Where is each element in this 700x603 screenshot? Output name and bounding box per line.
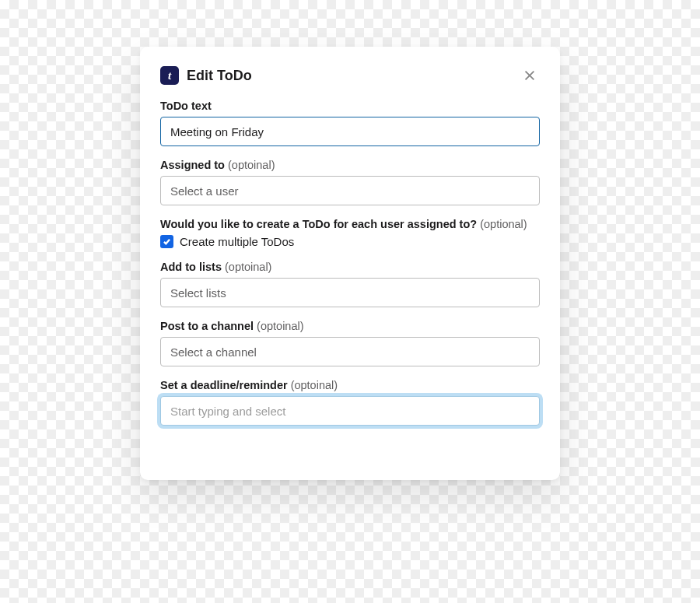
create-multiple-checkbox-label: Create multiple ToDos	[180, 235, 294, 248]
create-multiple-checkbox[interactable]	[160, 235, 173, 248]
todo-text-input[interactable]	[160, 117, 540, 146]
edit-todo-modal: t Edit ToDo ToDo text Assigned to	[140, 47, 560, 480]
field-create-multiple: Would you like to create a ToDo for each…	[160, 218, 540, 248]
close-button[interactable]	[520, 65, 540, 86]
field-post-channel: Post to a channel (optoinal) Select a ch…	[160, 320, 540, 366]
checkmark-icon	[163, 237, 171, 246]
deadline-label: Set a deadline/reminder (optoinal)	[160, 379, 540, 391]
deadline-input[interactable]	[160, 396, 540, 426]
create-multiple-checkbox-row[interactable]: Create multiple ToDos	[160, 235, 540, 248]
post-channel-label: Post to a channel (optoinal)	[160, 320, 540, 332]
post-channel-select[interactable]: Select a channel	[160, 337, 540, 366]
modal-header: t Edit ToDo	[160, 65, 540, 86]
todo-text-label: ToDo text	[160, 100, 540, 112]
field-todo-text: ToDo text	[160, 100, 540, 146]
create-multiple-label: Would you like to create a ToDo for each…	[160, 218, 540, 230]
assigned-to-label: Assigned to (optoinal)	[160, 159, 540, 171]
app-icon-letter: t	[168, 69, 171, 82]
modal-title: Edit ToDo	[187, 68, 520, 84]
add-to-lists-select[interactable]: Select lists	[160, 278, 540, 307]
add-to-lists-label: Add to lists (optoinal)	[160, 261, 540, 273]
field-add-to-lists: Add to lists (optoinal) Select lists	[160, 261, 540, 307]
assigned-to-select[interactable]: Select a user	[160, 176, 540, 205]
app-icon: t	[160, 66, 179, 85]
field-assigned-to: Assigned to (optoinal) Select a user	[160, 159, 540, 205]
field-deadline: Set a deadline/reminder (optoinal)	[160, 379, 540, 426]
close-icon	[523, 68, 537, 82]
